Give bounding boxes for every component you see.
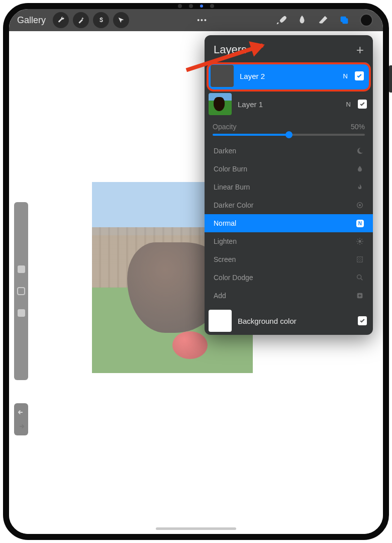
blend-mode-letter: N [346,101,351,108]
smudge-icon[interactable] [297,15,308,26]
right-tools [275,14,378,27]
svg-line-11 [361,239,362,239]
svg-line-10 [361,243,362,243]
layers-icon[interactable] [339,15,350,26]
layer-visibility-checkbox[interactable] [358,316,367,325]
selection-button[interactable] [93,12,109,28]
device-notch [178,4,214,8]
blend-label: Normal [214,219,236,227]
svg-point-4 [358,240,361,242]
layer-row-selected[interactable]: Layer 2 N [208,62,370,89]
modify-button[interactable] [17,287,25,295]
blend-normal[interactable]: Normal N [205,214,373,232]
topbar: Gallery ••• [9,9,383,31]
slider-knob[interactable] [285,131,292,138]
blend-mode-letter: N [343,72,348,80]
transform-button[interactable] [113,12,129,28]
device-side-button [389,65,392,93]
sun-icon [356,237,364,245]
blend-label: Color Dodge [214,274,253,282]
blend-mode-list: Darken Color Burn Linear Burn Darker Col… [205,142,373,305]
layer-thumbnail [211,65,234,87]
opacity-label: Opacity [213,123,236,131]
svg-rect-1 [342,18,348,24]
blend-add[interactable]: Add [205,287,373,305]
blend-color-burn[interactable]: Color Burn [205,160,373,178]
opacity-row: Opacity 50% [205,118,373,132]
drop-icon [356,165,364,173]
brush-size-slider[interactable] [14,202,28,380]
layer-name: Layer 1 [238,100,340,109]
actions-button[interactable] [53,12,69,28]
plus-square-icon [356,292,364,300]
eraser-icon[interactable] [318,15,329,26]
wrench-icon [57,16,65,24]
background-label: Background color [238,317,352,325]
svg-line-9 [357,239,358,239]
blend-label: Darker Color [214,201,253,209]
undo-icon[interactable] [17,408,26,416]
layer-visibility-checkbox[interactable] [358,100,367,109]
flame-icon [356,183,364,191]
layer-visibility-checkbox[interactable] [355,71,364,80]
layer-row[interactable]: Layer 1 N [205,90,373,118]
device-frame: Gallery ••• [3,3,389,540]
blend-label: Add [214,292,226,300]
home-indicator [156,527,236,530]
blend-label: Linear Burn [214,183,250,191]
blend-linear-burn[interactable]: Linear Burn [205,178,373,196]
magnifier-icon [356,274,364,282]
background-layer-row[interactable]: Background color [205,307,373,335]
svg-line-15 [361,279,362,280]
blend-screen[interactable]: Screen [205,250,373,268]
blend-lighten[interactable]: Lighten [205,232,373,250]
circle-dot-icon [356,201,364,209]
blend-label: Darken [214,147,236,155]
blend-darker-color[interactable]: Darker Color [205,196,373,214]
blend-darken[interactable]: Darken [205,142,373,160]
blend-label: Screen [214,255,236,263]
svg-point-3 [359,204,361,206]
opacity-slider[interactable] [213,134,365,136]
color-picker-swatch[interactable] [360,14,373,27]
s-icon [97,16,105,24]
svg-line-12 [357,243,358,243]
wand-icon [77,16,85,24]
cursor-icon [117,16,125,24]
blend-label: Lighten [214,237,237,245]
more-button[interactable]: ••• [197,16,208,24]
gallery-button[interactable]: Gallery [14,13,49,28]
layers-panel: Layers + Layer 2 N Layer 1 N Opacity 50%… [205,35,373,335]
brush-icon[interactable] [275,15,286,26]
svg-point-14 [357,275,361,279]
normal-badge: N [356,220,364,227]
redo-icon[interactable] [17,422,26,430]
layer-thumbnail [209,93,232,115]
add-layer-button[interactable]: + [356,45,364,54]
blend-color-dodge[interactable]: Color Dodge [205,268,373,287]
hatch-icon [356,255,364,263]
opacity-value: 50% [351,123,365,131]
background-thumbnail [209,310,232,332]
undo-redo-group [14,403,28,435]
blend-label: Color Burn [214,165,247,173]
moon-icon [356,147,364,155]
slider-thumb[interactable] [18,309,25,317]
layer-name: Layer 2 [240,72,337,80]
adjustments-button[interactable] [73,12,89,28]
slider-thumb[interactable] [18,265,25,273]
